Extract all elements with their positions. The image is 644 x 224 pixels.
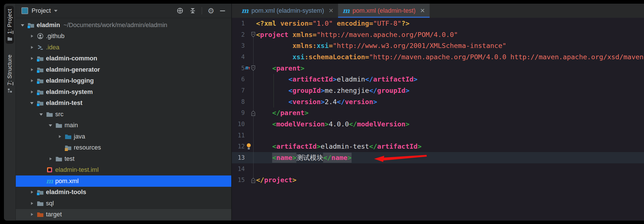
close-tab-icon[interactable]: ✕ — [328, 7, 334, 14]
gutter-slot — [245, 18, 254, 29]
project-tool-window-icon — [21, 7, 28, 14]
code-line-3[interactable]: 3 xmlns:xsi="http://www.w3.org/2001/XMLS… — [232, 40, 644, 51]
tree-item-eladmin-test[interactable]: eladmin-test — [16, 98, 231, 109]
chevron-down-icon[interactable] — [54, 9, 58, 12]
tree-item-eladmin-system[interactable]: eladmin-system — [16, 86, 231, 98]
line-number[interactable]: 9 — [232, 109, 245, 116]
code-line-14[interactable]: 14 — [232, 163, 644, 175]
tree-item-resources[interactable]: resources — [16, 142, 231, 153]
chevron-collapsed-icon[interactable] — [27, 212, 36, 217]
code-line-13[interactable]: 13 <name>测试模块</name> — [232, 152, 644, 163]
tree-item-label: main — [65, 122, 78, 129]
chevron-collapsed-icon[interactable] — [46, 157, 55, 161]
chevron-collapsed-icon[interactable] — [27, 45, 36, 50]
tree-item-eladmin-logging[interactable]: eladmin-logging — [16, 75, 231, 87]
line-number[interactable]: 8 — [232, 98, 245, 105]
tree-item-eladmin-common[interactable]: eladmin-common — [16, 53, 231, 64]
code-line-15[interactable]: 15</project> — [232, 175, 644, 186]
line-number[interactable]: 7 — [232, 87, 245, 94]
line-number[interactable]: 14 — [232, 166, 245, 172]
code-line-7[interactable]: 7 <groupId>me.zhengjie</groupId> — [232, 85, 644, 96]
tree-item-label: eladmin-tools — [46, 188, 86, 196]
maven-icon: m — [46, 178, 54, 185]
hide-panel-icon[interactable] — [220, 10, 225, 11]
code-line-5[interactable]: 5 <parent> — [232, 63, 644, 74]
chevron-collapsed-icon[interactable] — [27, 67, 36, 72]
code-line-12[interactable]: 12 <artifactId>eladmin-test</artifactId> — [232, 141, 644, 152]
line-number[interactable]: 2 — [232, 31, 245, 38]
tree-item-target[interactable]: target — [16, 209, 231, 220]
chevron-collapsed-icon[interactable] — [27, 90, 36, 94]
tree-item-eladmin[interactable]: eladmin~/Documents/work/me/admin/eladmin — [16, 19, 231, 31]
fold-marker-start[interactable] — [251, 65, 255, 71]
tree-item-eladmin-test.iml[interactable]: eladmin-test.iml — [16, 164, 231, 176]
folder-icon — [46, 111, 54, 117]
line-number[interactable]: 15 — [232, 177, 245, 183]
tree-item-label: eladmin-logging — [46, 77, 94, 84]
chevron-collapsed-icon[interactable] — [27, 56, 36, 61]
tree-item-label: target — [46, 211, 62, 218]
code-line-10[interactable]: 10 <modelVersion>4.0.0</modelVersion> — [232, 118, 644, 130]
tree-item-path: ~/Documents/work/me/admin/eladmin — [63, 21, 167, 29]
code-line-9[interactable]: 9 </parent> — [232, 107, 644, 119]
chevron-expanded-icon[interactable] — [18, 23, 27, 27]
tree-item-.idea[interactable]: .idea — [16, 42, 231, 53]
code-line-1[interactable]: 1<?xml version="1.0" encoding="UTF-8"?> — [232, 18, 644, 29]
line-number[interactable]: 13 — [232, 154, 245, 161]
chevron-collapsed-icon[interactable] — [55, 134, 64, 139]
tree-item-pom.xml[interactable]: mpom.xml — [16, 175, 231, 187]
locate-file-icon[interactable] — [176, 7, 184, 14]
tree-item-java[interactable]: java — [16, 131, 231, 142]
tree-item-sql[interactable]: sql — [16, 198, 231, 209]
iml-icon — [46, 167, 54, 172]
chevron-collapsed-icon[interactable] — [27, 190, 36, 194]
tree-item-label: test — [65, 155, 74, 162]
tree-item-main[interactable]: main — [16, 120, 231, 131]
editor-tab-pom.xmleladmin-test[interactable]: mpom.xml (eladmin-test)✕ — [338, 4, 430, 18]
tree-item-label: resources — [74, 144, 101, 151]
fold-connector-line — [253, 35, 254, 180]
annotation-arrow — [374, 154, 428, 162]
editor-tab-pom.xmleladmin-system[interactable]: mpom.xml (eladmin-system)✕ — [237, 4, 338, 18]
editor: mpom.xml (eladmin-system)✕mpom.xml (elad… — [232, 4, 644, 221]
chevron-expanded-icon[interactable] — [27, 101, 36, 105]
project-tree: eladmin~/Documents/work/me/admin/eladmin… — [16, 18, 231, 221]
toolstrip-project-button[interactable]: 1: Project — [6, 6, 14, 44]
chevron-expanded-icon[interactable] — [37, 112, 46, 116]
settings-gear-icon[interactable]: ⚙ — [208, 7, 214, 15]
line-number[interactable]: 4 — [232, 54, 245, 60]
tree-item-.github[interactable]: .github — [16, 31, 231, 42]
line-number[interactable]: 10 — [232, 121, 245, 128]
fold-marker-end[interactable] — [251, 110, 255, 116]
intention-bulb-icon[interactable] — [247, 143, 251, 150]
toolstrip-structure-button[interactable]: 7: Structure — [6, 52, 14, 95]
code-line-8[interactable]: 8 <version>2.4</version> — [232, 96, 644, 107]
line-number[interactable]: 11 — [232, 132, 245, 139]
chevron-expanded-icon[interactable] — [46, 123, 55, 127]
tree-item-eladmin-tools[interactable]: eladmin-tools — [16, 187, 231, 198]
code-line-4[interactable]: 4 xsi:schemaLocation="http://maven.apach… — [232, 51, 644, 63]
code-line-2[interactable]: 2<project xmlns="http://maven.apache.org… — [232, 29, 644, 40]
folder-icon — [36, 201, 44, 206]
tree-item-test[interactable]: test — [16, 153, 231, 164]
line-number[interactable]: 3 — [232, 42, 245, 49]
module-icon — [36, 100, 44, 106]
line-number[interactable]: 6 — [232, 76, 245, 83]
line-number[interactable]: 12 — [232, 143, 245, 150]
chevron-collapsed-icon[interactable] — [27, 78, 36, 83]
close-tab-icon[interactable]: ✕ — [420, 7, 425, 14]
chevron-collapsed-icon[interactable] — [27, 201, 36, 206]
toolstrip-label: 7: Structure — [6, 54, 13, 85]
tree-item-eladmin-generator[interactable]: eladmin-generator — [16, 64, 231, 75]
code-line-11[interactable]: 11 — [232, 130, 644, 141]
chevron-collapsed-icon[interactable] — [27, 34, 36, 38]
line-number[interactable]: 1 — [232, 20, 245, 27]
code-area[interactable]: 1<?xml version="1.0" encoding="UTF-8"?>2… — [232, 18, 644, 221]
collapse-all-icon[interactable] — [189, 7, 196, 14]
maven-parent-gutter-icon[interactable]: m↑ — [245, 65, 250, 71]
tree-item-src[interactable]: src — [16, 109, 231, 120]
fold-marker-end[interactable] — [251, 177, 255, 183]
line-number[interactable]: 5 — [232, 65, 245, 72]
code-line-6[interactable]: 6 <artifactId>eladmin</artifactId> — [232, 74, 644, 85]
fold-marker-start[interactable] — [251, 32, 255, 38]
